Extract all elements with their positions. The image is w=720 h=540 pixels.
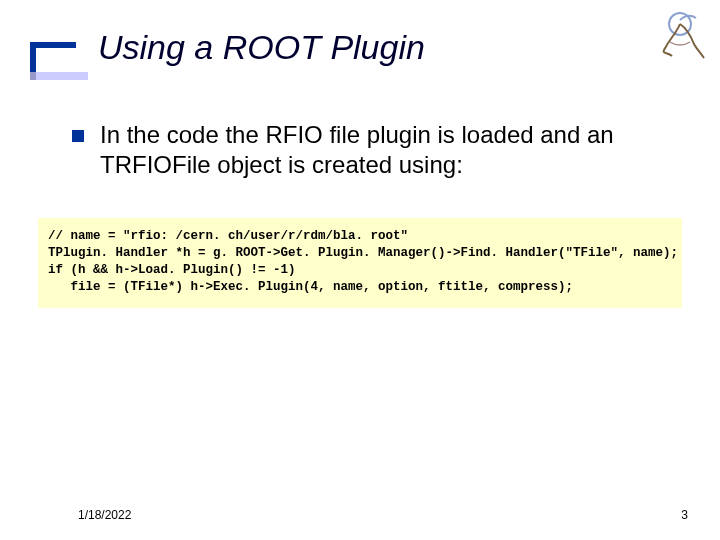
footer-page-number: 3	[681, 508, 688, 522]
code-block: // name = "rfio: /cern. ch/user/r/rdm/bl…	[38, 218, 682, 308]
bullet-text: In the code the RFIO file plugin is load…	[100, 120, 674, 180]
bullet-item: In the code the RFIO file plugin is load…	[72, 120, 674, 180]
slide: Using a ROOT Plugin In the code the RFIO…	[0, 0, 720, 540]
slide-title: Using a ROOT Plugin	[98, 28, 425, 67]
body-content: In the code the RFIO file plugin is load…	[72, 120, 674, 180]
code-text: // name = "rfio: /cern. ch/user/r/rdm/bl…	[48, 228, 672, 296]
logo-icon	[650, 6, 710, 66]
title-decoration	[30, 42, 88, 80]
bullet-square-icon	[72, 130, 84, 142]
footer-date: 1/18/2022	[78, 508, 131, 522]
